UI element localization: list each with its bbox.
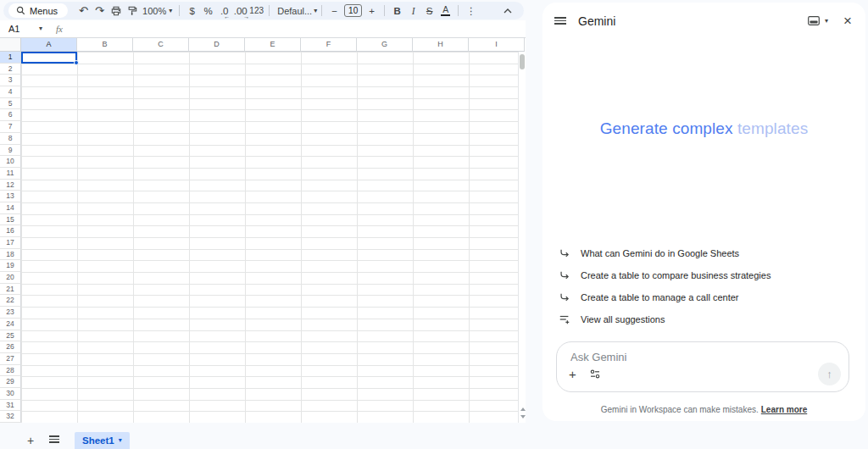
row-header-20[interactable]: 20 <box>0 272 21 284</box>
column-header-b[interactable]: B <box>77 38 133 52</box>
row-header-25[interactable]: 25 <box>0 330 21 342</box>
row-header-24[interactable]: 24 <box>0 319 21 330</box>
menus-button[interactable]: Menus <box>8 3 68 18</box>
collapse-toolbar-button[interactable] <box>499 3 515 19</box>
increase-font-size-button[interactable]: + <box>364 3 380 19</box>
print-button[interactable] <box>108 3 124 19</box>
column-header-f[interactable]: F <box>301 38 357 52</box>
row-header-11[interactable]: 11 <box>0 168 21 180</box>
row-header-28[interactable]: 28 <box>0 365 21 377</box>
learn-more-link[interactable]: Learn more <box>761 405 807 414</box>
row-header-10[interactable]: 10 <box>0 156 21 168</box>
column-header-e[interactable]: E <box>245 38 301 52</box>
add-sheet-button[interactable]: + <box>22 434 39 447</box>
row-header-7[interactable]: 7 <box>0 121 21 133</box>
row-header-27[interactable]: 27 <box>0 353 21 365</box>
column-header-c[interactable]: C <box>133 38 189 52</box>
row-header-32[interactable]: 32 <box>0 411 21 423</box>
bold-button[interactable]: B <box>389 3 405 19</box>
row-header-23[interactable]: 23 <box>0 307 21 319</box>
ask-gemini-controls: + ↑ <box>569 363 841 385</box>
font-size-input[interactable]: 10 <box>344 4 362 17</box>
spreadsheet-cells[interactable] <box>21 52 519 423</box>
vertical-scrollbar-thumb[interactable] <box>520 54 525 69</box>
row-header-2[interactable]: 2 <box>0 64 21 75</box>
chevron-up-icon <box>504 8 512 14</box>
row-header-13[interactable]: 13 <box>0 191 21 202</box>
suggestion-item[interactable]: Create a table to manage a call center <box>542 286 865 308</box>
dock-panel-button[interactable] <box>808 16 820 25</box>
disclaimer-text: Gemini in Workspace can make mistakes. <box>601 405 759 414</box>
chevron-down-icon[interactable]: ▾ <box>825 18 828 25</box>
name-box[interactable]: A1 <box>0 24 39 34</box>
view-all-suggestions[interactable]: View all suggestions <box>542 308 865 330</box>
column-headers: ABCDEFGHI <box>21 38 525 52</box>
tune-button[interactable] <box>589 369 601 380</box>
row-header-9[interactable]: 9 <box>0 145 21 157</box>
active-cell-a1[interactable] <box>21 52 77 64</box>
suggestion-list: What can Gemini do in Google Sheets Crea… <box>542 242 865 330</box>
scroll-down-arrow-icon[interactable] <box>520 415 526 419</box>
row-header-31[interactable]: 31 <box>0 400 21 412</box>
ask-gemini-input[interactable] <box>570 351 825 363</box>
font-family-select[interactable]: Defaul... <box>277 6 312 16</box>
row-header-29[interactable]: 29 <box>0 376 21 388</box>
formula-input[interactable] <box>63 20 526 37</box>
row-header-3[interactable]: 3 <box>0 75 21 86</box>
column-header-a[interactable]: A <box>21 38 77 52</box>
paint-roller-icon <box>127 6 137 16</box>
send-button[interactable]: ↑ <box>818 363 841 385</box>
toolbar-divider <box>321 5 322 16</box>
number-format-button[interactable]: 123 <box>248 3 264 19</box>
column-header-d[interactable]: D <box>189 38 245 52</box>
row-header-4[interactable]: 4 <box>0 86 21 98</box>
format-percent-button[interactable]: % <box>200 3 216 19</box>
row-header-1[interactable]: 1 <box>0 52 21 64</box>
all-sheets-button[interactable] <box>46 434 63 447</box>
decrease-decimal-button[interactable]: .0 ← <box>216 3 232 19</box>
column-header-g[interactable]: G <box>357 38 413 52</box>
select-all-corner[interactable] <box>0 38 21 52</box>
fill-handle[interactable] <box>74 60 79 65</box>
paint-format-button[interactable] <box>124 3 140 19</box>
row-header-21[interactable]: 21 <box>0 284 21 296</box>
format-currency-button[interactable]: $ <box>184 3 200 19</box>
row-header-22[interactable]: 22 <box>0 295 21 307</box>
text-color-button[interactable]: A <box>437 3 453 19</box>
attach-button[interactable]: + <box>569 367 576 381</box>
row-header-6[interactable]: 6 <box>0 109 21 121</box>
zoom-control[interactable]: 100% ▾ <box>142 6 172 16</box>
prompt-suggestion-icon <box>559 269 570 281</box>
row-header-14[interactable]: 14 <box>0 202 21 214</box>
row-header-12[interactable]: 12 <box>0 180 21 191</box>
suggestion-item[interactable]: Create a table to compare business strat… <box>542 264 865 286</box>
suggestion-label: Create a table to manage a call center <box>581 292 739 302</box>
italic-button[interactable]: I <box>405 3 421 19</box>
chevron-down-icon[interactable]: ▾ <box>39 25 42 32</box>
row-header-30[interactable]: 30 <box>0 388 21 400</box>
row-header-19[interactable]: 19 <box>0 260 21 272</box>
gemini-panel: Gemini ▾ × Generate complex templates Wh… <box>542 3 865 421</box>
decrease-font-size-button[interactable]: − <box>326 3 342 19</box>
suggestion-item[interactable]: What can Gemini do in Google Sheets <box>542 242 865 264</box>
scroll-up-arrow-icon[interactable] <box>520 407 526 411</box>
row-header-15[interactable]: 15 <box>0 214 21 226</box>
redo-button[interactable]: ↷ <box>92 3 108 19</box>
row-header-5[interactable]: 5 <box>0 98 21 110</box>
sheet-tab-sheet1[interactable]: Sheet1 ▾ <box>75 432 130 449</box>
close-icon[interactable]: × <box>843 14 852 28</box>
row-header-26[interactable]: 26 <box>0 341 21 353</box>
row-header-8[interactable]: 8 <box>0 133 21 145</box>
increase-decimal-button[interactable]: .00 → <box>232 3 248 19</box>
row-header-17[interactable]: 17 <box>0 237 21 249</box>
row-header-18[interactable]: 18 <box>0 249 21 261</box>
undo-button[interactable]: ↶ <box>75 3 92 19</box>
menu-button[interactable] <box>554 15 566 26</box>
arrow-left-icon: ← <box>224 14 230 19</box>
more-options-button[interactable]: ⋮ <box>463 3 479 19</box>
row-header-16[interactable]: 16 <box>0 225 21 237</box>
strikethrough-button[interactable]: S <box>421 3 437 19</box>
column-header-h[interactable]: H <box>413 38 469 52</box>
column-header-i[interactable]: I <box>469 38 525 52</box>
ask-gemini-card: + ↑ <box>556 341 849 392</box>
